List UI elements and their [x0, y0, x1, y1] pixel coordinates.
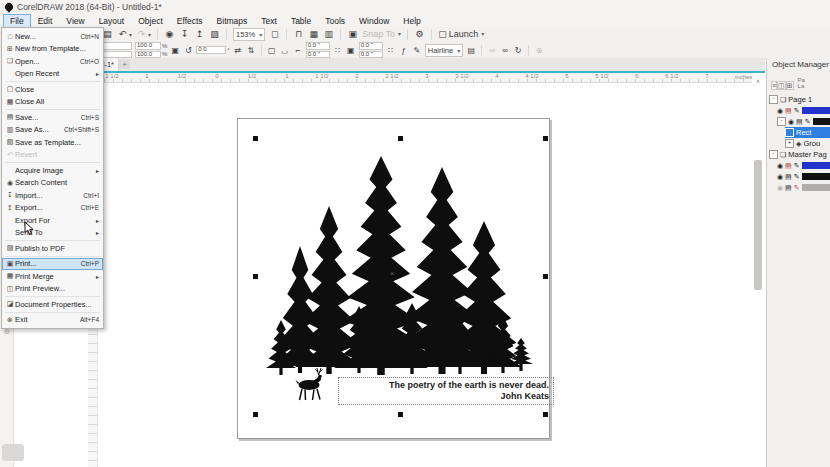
- relative-corner-scaling-icon[interactable]: ∷: [386, 46, 396, 55]
- printer-icon[interactable]: ▤: [785, 107, 792, 114]
- object-scale-field-2[interactable]: 100.0: [135, 51, 161, 59]
- om-new-layer-button[interactable]: ⊞: [786, 81, 794, 90]
- print-preview-menu-item[interactable]: ◫Print Preview...: [2, 283, 103, 296]
- save-menu-item[interactable]: ▤Save...Ctrl+S: [2, 111, 103, 124]
- eye-icon[interactable]: ◉: [777, 184, 783, 191]
- new-menu-item[interactable]: □New...Ctrl+N: [2, 30, 103, 43]
- export-for-menu-item[interactable]: Export For▸: [2, 214, 103, 227]
- print-merge-menu-item[interactable]: ▦Print Merge▸: [2, 270, 103, 283]
- corner-radius-right-field-1[interactable]: 0.0 ": [359, 42, 383, 50]
- pencil-icon[interactable]: ✎: [794, 162, 800, 169]
- eye-icon[interactable]: ◉: [788, 118, 794, 125]
- revert-menu-item[interactable]: ↶Revert: [2, 149, 103, 162]
- desktop-layer-row[interactable]: ◉▤✎: [777, 171, 830, 182]
- selection-handle[interactable]: [543, 136, 548, 141]
- new-tab-button[interactable]: +: [119, 60, 130, 69]
- corner-radius-right-field-2[interactable]: 0.0 ": [359, 51, 383, 59]
- selection-handle[interactable]: [543, 274, 548, 279]
- publish-to-pdf-icon[interactable]: ▨: [209, 29, 220, 40]
- full-screen-preview-icon[interactable]: ◻: [269, 29, 280, 40]
- eye-icon[interactable]: ◉: [777, 107, 783, 114]
- snap-off-icon[interactable]: ▣: [347, 29, 358, 40]
- menu-object[interactable]: Object: [131, 14, 170, 28]
- lock-ratio-icon[interactable]: ▣: [170, 46, 180, 55]
- corner-chamfer-icon[interactable]: ⌐: [293, 46, 303, 55]
- menu-text[interactable]: Text: [254, 14, 284, 28]
- menu-table[interactable]: Table: [284, 14, 318, 28]
- application-launcher-button[interactable]: ▢Launch▾: [438, 29, 484, 40]
- horizontal-scrollbar-thumb[interactable]: [2, 444, 24, 461]
- document-properties-menu-item[interactable]: ◪Document Properties...: [2, 298, 103, 311]
- printer-icon[interactable]: ▤: [785, 173, 792, 180]
- corner-radius-left-field-1[interactable]: 0.0 ": [306, 42, 330, 50]
- show-grid-icon[interactable]: ▦: [308, 29, 319, 40]
- corner-scalloped-icon[interactable]: ◡: [280, 46, 290, 55]
- redo-icon[interactable]: ↷: [136, 29, 147, 40]
- send-to-menu-item[interactable]: Send To▸: [2, 227, 103, 240]
- corner-round-icon[interactable]: ▢: [267, 46, 277, 55]
- snap-to-button[interactable]: Snap To▾: [362, 29, 401, 40]
- page-1-row[interactable]: -❏Page 1: [769, 94, 830, 105]
- menu-window[interactable]: Window: [352, 14, 396, 28]
- publish-to-pdf-menu-item[interactable]: ▨Publish to PDF: [2, 242, 103, 255]
- menu-effects[interactable]: Effects: [170, 14, 210, 28]
- master-page-row[interactable]: -❏Master Pag: [769, 149, 830, 160]
- print-menu-item[interactable]: ▣Print...Ctrl+P: [2, 258, 103, 271]
- selection-handle[interactable]: [253, 412, 258, 417]
- rotate-icon[interactable]: ↺: [183, 46, 193, 55]
- printer-icon[interactable]: ▤: [796, 118, 803, 125]
- exit-menu-item[interactable]: ⊗ExitAlt+F4: [2, 314, 103, 327]
- selection-handle[interactable]: [398, 136, 403, 141]
- new-from-template-menu-item[interactable]: ⊞New from Template...: [2, 43, 103, 56]
- close-menu-item[interactable]: ▢Close: [2, 83, 103, 96]
- lock-corners-icon[interactable]: ▣: [346, 46, 356, 55]
- om-show-properties-button[interactable]: ◫: [777, 81, 786, 90]
- wrap-paragraph-text-icon[interactable]: ▤: [466, 46, 476, 55]
- close-all-menu-item[interactable]: ▦Close All: [2, 96, 103, 109]
- save-as-template-menu-item[interactable]: ▧Save as Template...: [2, 136, 103, 149]
- expander-icon[interactable]: -: [777, 117, 786, 126]
- export-menu-item[interactable]: ↥Export...Ctrl+E: [2, 202, 103, 215]
- guides-page1-row[interactable]: ◉▤✎: [777, 105, 830, 116]
- menu-tools[interactable]: Tools: [318, 14, 352, 28]
- import-menu-item[interactable]: ↧Import...Ctrl+I: [2, 189, 103, 202]
- guides-master-row[interactable]: ◉▤✎: [777, 160, 830, 171]
- menu-edit[interactable]: Edit: [31, 14, 60, 28]
- convert-outline-icon[interactable]: ↻: [513, 46, 523, 55]
- show-rulers-icon[interactable]: ⊓: [293, 29, 304, 40]
- selection-handle[interactable]: [253, 136, 258, 141]
- outline-width-combo[interactable]: Hairline▾: [425, 44, 463, 57]
- mirror-horizontal-icon[interactable]: ⇄: [233, 46, 243, 55]
- pine-forest-artwork[interactable]: [255, 138, 545, 415]
- selection-handle[interactable]: [543, 412, 548, 417]
- fillet-scallop-chamfer-icon[interactable]: ƒ: [399, 46, 409, 55]
- search-content-menu-item[interactable]: ◉Search Content: [2, 177, 103, 190]
- menu-view[interactable]: View: [59, 14, 91, 28]
- rotation-angle-field-1[interactable]: 0.0: [196, 46, 226, 54]
- selection-handle[interactable]: [398, 412, 403, 417]
- scroll-up-arrow[interactable]: ∧: [752, 76, 764, 86]
- import-icon[interactable]: ↧: [179, 29, 190, 40]
- export-icon[interactable]: ↥: [194, 29, 205, 40]
- rectangle-object-row[interactable]: Rect: [785, 127, 830, 138]
- selection-handle[interactable]: [253, 274, 258, 279]
- menu-file[interactable]: File: [3, 14, 31, 28]
- open-menu-item[interactable]: ❏Open...Ctrl+O: [2, 55, 103, 68]
- edit-corners-together-icon[interactable]: ∷: [333, 46, 343, 55]
- pencil-icon[interactable]: ✎: [805, 118, 811, 125]
- pencil-icon[interactable]: ✎: [794, 173, 800, 180]
- mirror-vertical-icon[interactable]: ⇅: [246, 46, 256, 55]
- eye-icon[interactable]: ◉: [777, 173, 783, 180]
- menu-bitmaps[interactable]: Bitmaps: [210, 14, 255, 28]
- eye-icon[interactable]: ◉: [777, 162, 783, 169]
- add-preset-icon[interactable]: ⊕: [534, 46, 544, 55]
- document-grid-row[interactable]: ◉▤✎: [777, 182, 830, 193]
- undo-icon[interactable]: ↶: [117, 29, 128, 40]
- outline-pen-icon[interactable]: ✎: [412, 46, 422, 55]
- pencil-icon[interactable]: ✎: [794, 184, 800, 191]
- printer-icon[interactable]: ▤: [785, 184, 792, 191]
- expander-icon[interactable]: -: [769, 150, 778, 159]
- options-icon[interactable]: ⚙: [414, 29, 425, 40]
- chain-unlink-icon[interactable]: ∞: [500, 46, 510, 55]
- object-scale-field-1[interactable]: 100.0: [135, 42, 161, 50]
